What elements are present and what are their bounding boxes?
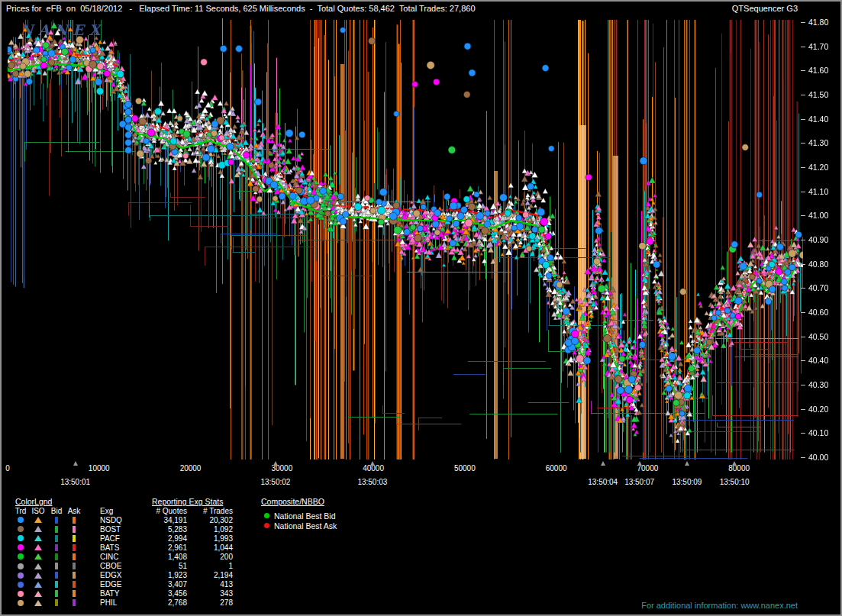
- ask-marker: [73, 535, 76, 542]
- price-axis-label: 41.00: [808, 211, 837, 220]
- time-label: 13:50:09: [672, 478, 702, 486]
- nbbo-marker-icon: [264, 513, 269, 518]
- time-tick-arrow-icon: [732, 461, 737, 466]
- iso-marker: [34, 582, 42, 588]
- trade-marker: [18, 591, 24, 597]
- price-axis-label: 40.90: [808, 235, 837, 244]
- price-axis-tick: [801, 360, 805, 361]
- trade-marker: [18, 526, 24, 532]
- price-axis-label: 40.70: [808, 283, 837, 292]
- price-axis-tick: [801, 192, 805, 192]
- price-axis-tick: [801, 143, 805, 144]
- time-label: 13:50:03: [357, 478, 387, 486]
- exchange-row: PHIL 2,768 278: [12, 598, 233, 608]
- price-axis-tick: [801, 288, 805, 289]
- trade-marker: [18, 517, 24, 523]
- nbbo-title: Composite/NBBO: [261, 497, 324, 506]
- price-axis-tick: [801, 457, 805, 458]
- exchange-name: BATY: [98, 589, 135, 598]
- info-panel: ColorLgnd Reporting Exg Stats Composite/…: [2, 495, 840, 614]
- time-tick-arrow-icon: [685, 461, 689, 466]
- nbbo-label: National Best Ask: [274, 521, 337, 531]
- exchange-table: NSDQ 34,191 20,302 BOST 5,283 1,092: [12, 515, 233, 608]
- trade-count: 413: [187, 580, 233, 589]
- qtsequencer-window: Prices for eFB on 05/18/2012 - Elapsed T…: [0, 0, 842, 616]
- bid-marker: [55, 553, 58, 560]
- price-axis-label: 40.10: [808, 428, 837, 437]
- iso-marker: [34, 535, 42, 541]
- price-axis-tick: [801, 240, 805, 240]
- exchange-row: PACF 2,994 1,993: [12, 534, 233, 543]
- ask-marker: [73, 553, 76, 560]
- col-trades: # Trades: [187, 507, 233, 515]
- trade-marker: [18, 544, 24, 550]
- ask-marker: [73, 581, 76, 588]
- iso-marker: [34, 544, 42, 550]
- price-axis-label: 41.10: [808, 187, 837, 196]
- iso-marker: [34, 553, 42, 560]
- iso-marker: [34, 526, 42, 532]
- record-axis-label: 10000: [89, 464, 110, 472]
- bid-marker: [55, 544, 58, 551]
- trade-marker: [18, 572, 24, 579]
- exchange-name: CINC: [98, 553, 135, 561]
- col-bid: Bid: [47, 507, 66, 515]
- ask-marker: [73, 590, 76, 597]
- app-title: QTSequencer G3: [732, 4, 798, 13]
- quote-count: 2,994: [135, 534, 187, 543]
- exg-stats-title: Reporting Exg Stats: [152, 497, 223, 506]
- nbbo-marker-icon: [264, 523, 269, 528]
- quote-count: 2,768: [135, 598, 187, 607]
- exchange-row: BOST 5,283 1,092: [12, 524, 233, 534]
- price-axis-tick: [801, 264, 805, 265]
- iso-marker: [34, 591, 42, 597]
- time-tick-arrow-icon: [273, 461, 278, 466]
- time-tick-arrow-icon: [370, 461, 375, 466]
- col-ask: Ask: [66, 507, 82, 515]
- nbbo-item: National Best Ask: [264, 521, 337, 531]
- price-axis-label: 40.60: [808, 308, 837, 317]
- price-axis-label: 41.20: [808, 163, 837, 172]
- trade-marker: [18, 535, 24, 541]
- nbbo-item: National Best Bid: [264, 511, 337, 521]
- legend-stats-header: Trd ISO Bid Ask Exg # Quotes # Trades: [12, 506, 233, 515]
- iso-marker: [34, 517, 42, 523]
- trade-count: 278: [187, 598, 233, 607]
- iso-marker: [34, 572, 42, 579]
- record-number-axis: 0100002000030000400005000060000700008000…: [2, 464, 840, 474]
- trade-count: 343: [187, 589, 233, 598]
- time-label: 13:50:02: [260, 478, 290, 486]
- trade-count: 1,092: [187, 525, 233, 534]
- time-tick-arrow-icon: [637, 461, 642, 466]
- ask-marker: [73, 517, 76, 524]
- price-axis-tick: [801, 22, 805, 23]
- price-chart-canvas[interactable]: [8, 18, 803, 461]
- trade-count: 200: [187, 553, 233, 561]
- bid-marker: [55, 517, 58, 524]
- price-axis-label: 40.30: [808, 380, 837, 389]
- ask-marker: [73, 526, 76, 533]
- iso-marker: [34, 600, 42, 606]
- trade-count: 1,993: [187, 534, 233, 543]
- quote-count: 5,283: [135, 525, 187, 534]
- time-axis: 13:50:0113:50:0213:50:0313:50:0413:50:07…: [2, 478, 840, 489]
- bid-marker: [55, 590, 58, 597]
- ask-marker: [73, 563, 76, 569]
- title-bar: Prices for eFB on 05/18/2012 - Elapsed T…: [2, 2, 840, 15]
- price-axis-tick: [801, 167, 805, 168]
- record-axis-label: 20000: [180, 464, 202, 472]
- record-axis-label: 60000: [546, 464, 567, 472]
- bid-marker: [55, 599, 58, 606]
- price-axis-label: 40.40: [808, 356, 837, 365]
- exchange-name: CBOE: [98, 562, 135, 570]
- exchange-row: CBOE 51 1: [12, 561, 233, 570]
- price-axis-label: 41.50: [808, 90, 837, 99]
- exchange-row: EDGE 3,407 413: [12, 580, 233, 589]
- time-label: 13:50:01: [60, 478, 90, 486]
- time-tick-arrow-icon: [73, 461, 78, 466]
- chart-region: 41.8041.7041.6041.5041.4041.3041.2041.10…: [2, 15, 840, 495]
- trade-marker: [18, 600, 24, 606]
- quote-count: 34,191: [135, 516, 187, 524]
- col-exg: Exg: [98, 507, 135, 515]
- col-iso: ISO: [29, 507, 47, 515]
